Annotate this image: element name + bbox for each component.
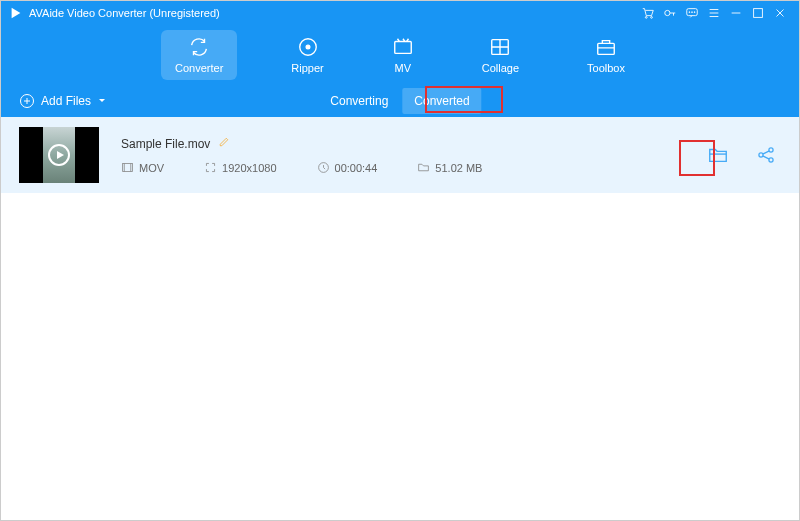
svg-rect-10 bbox=[394, 42, 411, 54]
collage-icon bbox=[489, 36, 511, 58]
maximize-button[interactable] bbox=[747, 2, 769, 24]
share-button[interactable] bbox=[751, 140, 781, 170]
file-row: Sample File.mov MOV 1920x1080 00:00:44 5… bbox=[1, 117, 799, 193]
key-icon[interactable] bbox=[659, 2, 681, 24]
mv-icon bbox=[392, 36, 414, 58]
svg-rect-12 bbox=[598, 43, 615, 54]
nav-ripper[interactable]: Ripper bbox=[277, 30, 337, 80]
svg-rect-7 bbox=[754, 9, 763, 18]
window-title: AVAide Video Converter (Unregistered) bbox=[29, 7, 637, 19]
status-tabs: Converting Converted bbox=[318, 88, 481, 114]
tab-converting[interactable]: Converting bbox=[318, 88, 400, 114]
meta-size: 51.02 MB bbox=[417, 161, 482, 174]
folder-icon bbox=[417, 161, 430, 174]
nav-toolbox[interactable]: Toolbox bbox=[573, 30, 639, 80]
play-icon bbox=[48, 144, 70, 166]
ripper-icon bbox=[297, 36, 319, 58]
format-icon bbox=[121, 161, 134, 174]
file-info: Sample File.mov MOV 1920x1080 00:00:44 5… bbox=[121, 136, 681, 174]
svg-point-1 bbox=[651, 17, 653, 19]
titlebar: AVAide Video Converter (Unregistered) bbox=[1, 1, 799, 25]
nav-label: Toolbox bbox=[587, 62, 625, 74]
app-logo-icon bbox=[9, 6, 23, 20]
converter-icon bbox=[188, 36, 210, 58]
svg-point-0 bbox=[645, 17, 647, 19]
file-name: Sample File.mov bbox=[121, 137, 210, 151]
svg-point-9 bbox=[306, 45, 310, 49]
subbar: Add Files Converting Converted bbox=[1, 85, 799, 117]
close-button[interactable] bbox=[769, 2, 791, 24]
clock-icon bbox=[317, 161, 330, 174]
add-files-label: Add Files bbox=[41, 94, 91, 108]
cart-icon[interactable] bbox=[637, 2, 659, 24]
resolution-icon bbox=[204, 161, 217, 174]
toolbox-icon bbox=[595, 36, 617, 58]
svg-point-16 bbox=[759, 153, 763, 157]
svg-point-18 bbox=[769, 158, 773, 162]
meta-resolution: 1920x1080 bbox=[204, 161, 276, 174]
svg-point-4 bbox=[689, 12, 690, 13]
menu-icon[interactable] bbox=[703, 2, 725, 24]
open-folder-button[interactable] bbox=[703, 140, 733, 170]
main-nav: Converter Ripper MV Collage Toolbox bbox=[1, 25, 799, 85]
rename-button[interactable] bbox=[218, 136, 230, 151]
meta-format: MOV bbox=[121, 161, 164, 174]
minimize-button[interactable] bbox=[725, 2, 747, 24]
meta-duration: 00:00:44 bbox=[317, 161, 378, 174]
svg-point-6 bbox=[694, 12, 695, 13]
add-files-button[interactable]: Add Files bbox=[19, 93, 107, 109]
file-actions bbox=[703, 140, 781, 170]
empty-content-area bbox=[1, 193, 799, 521]
chevron-down-icon bbox=[97, 96, 107, 106]
nav-label: Converter bbox=[175, 62, 223, 74]
svg-point-17 bbox=[769, 148, 773, 152]
nav-collage[interactable]: Collage bbox=[468, 30, 533, 80]
svg-point-2 bbox=[665, 10, 670, 15]
video-thumbnail[interactable] bbox=[19, 127, 99, 183]
nav-mv[interactable]: MV bbox=[378, 30, 428, 80]
nav-converter[interactable]: Converter bbox=[161, 30, 237, 80]
svg-point-5 bbox=[692, 12, 693, 13]
nav-label: Ripper bbox=[291, 62, 323, 74]
nav-label: MV bbox=[394, 62, 411, 74]
nav-label: Collage bbox=[482, 62, 519, 74]
feedback-icon[interactable] bbox=[681, 2, 703, 24]
tab-converted[interactable]: Converted bbox=[402, 88, 481, 114]
